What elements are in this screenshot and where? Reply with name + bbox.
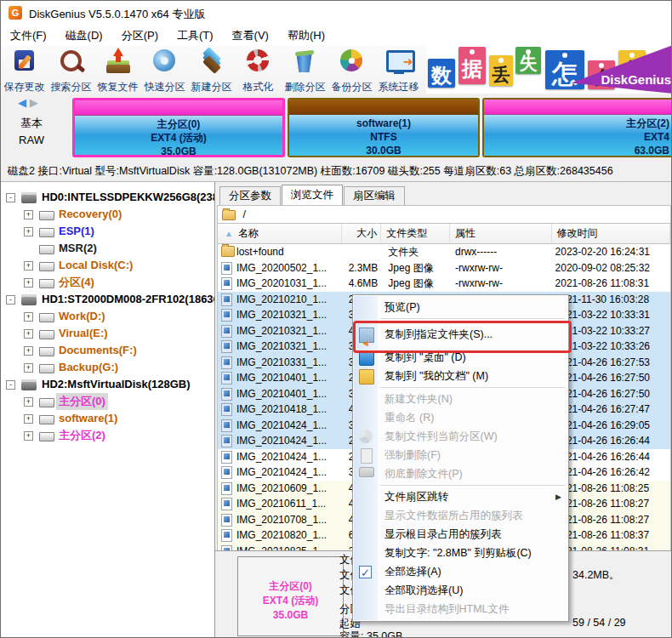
context-menu-item[interactable]: 文件扇区跳转 ▶	[353, 487, 568, 506]
file-row[interactable]: lost+found 文件夹 drwx------ 2023-02-20 16:…	[218, 244, 670, 260]
tree-expander-icon[interactable]: -	[6, 193, 15, 202]
tree-expander-icon[interactable]: +	[24, 227, 33, 236]
column-header-name[interactable]: ▲名称	[218, 224, 342, 243]
file-attr: -rwxrw-rw-	[450, 276, 552, 292]
context-menu-item[interactable]: 显示文件数据所占用的簇列表	[353, 506, 568, 525]
tree-node[interactable]: + 主分区(0)	[1, 393, 214, 410]
menu-bar-item[interactable]: 分区(P)	[112, 25, 168, 43]
file-size: 4.6MB	[342, 276, 381, 292]
tree-expander-icon[interactable]: +	[24, 329, 33, 339]
toolbar-icon	[292, 48, 319, 75]
partition-block[interactable]: 主分区(0) EXT4 (活动) 35.0GB	[72, 98, 285, 157]
tree-expander-icon[interactable]: +	[24, 261, 33, 271]
tree-expander-icon[interactable]: +	[24, 278, 33, 288]
tree-node[interactable]: + Work(D:)	[1, 308, 214, 325]
toolbar-button[interactable]: 搜索分区	[48, 45, 94, 93]
context-menu-item[interactable]: 彻底删除文件(P)	[353, 464, 568, 483]
context-menu-item[interactable]: 重命名 (R)	[353, 408, 568, 427]
tree-expander-icon[interactable]: +	[24, 210, 33, 219]
file-name: IMG_20210321_1...	[236, 340, 327, 352]
context-menu-item-label: 导出目录结构到HTML文件	[384, 603, 510, 615]
partition-block[interactable]: 主分区(2) EXT4 63.0GB	[482, 98, 672, 157]
file-type-icon	[221, 403, 232, 416]
file-name: IMG_20210609_1...	[236, 482, 327, 494]
tree-expander-icon[interactable]: -	[6, 380, 15, 390]
toolbar-button[interactable]: 恢复文件	[94, 45, 141, 93]
tree-expander-icon[interactable]: +	[24, 346, 33, 356]
tree-node[interactable]: + 分区(4)	[1, 274, 214, 291]
tree-expander-icon[interactable]: +	[24, 312, 33, 322]
file-row[interactable]: IMG_20201031_1... 4.6MB Jpeg 图像 -rwxrw-r…	[218, 276, 670, 292]
context-menu-item-label: 显示根目录占用的簇列表	[384, 528, 502, 540]
drive-icon	[39, 364, 54, 373]
file-type-icon	[221, 529, 232, 542]
file-mtime: 2021-04-26 16:26:44	[552, 449, 670, 465]
menu-bar-item[interactable]: 查看(V)	[223, 25, 278, 43]
file-mtime: 2021-08-26 11:08:25	[552, 481, 670, 497]
tree-expander-icon[interactable]: +	[24, 397, 33, 407]
tree-node[interactable]: + software(1)	[1, 410, 214, 427]
toolbar-button[interactable]: 系统迁移	[375, 45, 422, 93]
toolbar-button[interactable]: 备份分区	[328, 45, 375, 93]
column-header-type[interactable]: 文件类型	[381, 224, 450, 243]
tree-node[interactable]: + 主分区(2)	[1, 427, 214, 444]
tab[interactable]: 扇区编辑	[344, 186, 405, 205]
context-menu-item-icon	[361, 448, 373, 464]
file-list-header: ▲名称 大小 文件类型 属性 修改时间	[217, 224, 671, 244]
context-menu-item[interactable]: 显示根目录占用的簇列表	[353, 525, 568, 544]
file-name: IMG_20210321_1...	[236, 325, 327, 337]
tab[interactable]: 浏览文件	[282, 185, 343, 205]
menu-bar-item[interactable]: 工具(T)	[168, 25, 223, 43]
tree-expander-icon[interactable]: +	[24, 431, 33, 441]
column-header-size[interactable]: 大小	[342, 224, 381, 243]
partition-block[interactable]: software(1) NTFS 30.0GB	[288, 98, 480, 157]
tree-node[interactable]: + Local Disk(C:)	[1, 257, 214, 274]
toolbar-button[interactable]: 快速分区	[141, 45, 188, 93]
tree-expander-icon[interactable]: +	[24, 363, 33, 373]
file-type-icon	[221, 246, 235, 257]
tree-node[interactable]: + Backup(G:)	[1, 359, 214, 376]
menu-bar-item[interactable]: 磁盘(D)	[56, 25, 112, 43]
context-menu-item-label: 复制到 "桌面" (D)	[384, 351, 466, 363]
tree-expander-icon[interactable]: +	[24, 414, 33, 424]
toolbar-button[interactable]: 保存更改	[1, 45, 48, 93]
tree-node[interactable]: - HD2:MsftVirtualDisk(128GB)	[1, 376, 214, 393]
tree-node[interactable]: + Documents(F:)	[1, 342, 214, 359]
toolbar-button[interactable]: 新建分区	[188, 45, 235, 93]
mini-partition-box[interactable]: 主分区(0) EXT4 (活动) 35.0GB	[237, 556, 344, 636]
column-header-attr[interactable]: 属性	[450, 224, 552, 243]
toolbar-button[interactable]: 格式化	[235, 45, 282, 93]
drive-icon	[21, 294, 37, 305]
file-name: IMG_20210401_1...	[236, 388, 327, 400]
context-menu-item-icon	[359, 584, 373, 597]
file-row[interactable]: IMG_20200502_1... 2.3MB Jpeg 图像 -rwxrw-r…	[218, 260, 670, 276]
context-menu-item[interactable]: 预览(P)	[353, 298, 568, 316]
tree-node[interactable]: + Virual(E:)	[1, 325, 214, 342]
tab[interactable]: 分区参数	[219, 186, 281, 205]
menu-bar-item[interactable]: 文件(F)	[1, 25, 56, 43]
tree-node[interactable]: + Recovery(0)	[1, 206, 214, 223]
toolbar-button[interactable]: 删除分区	[282, 45, 328, 93]
toolbar-icon	[339, 48, 366, 75]
partition-nav[interactable]: ◀ ▶	[18, 96, 38, 109]
context-menu-item[interactable]: 复制到 "我的文档" (M)	[353, 367, 568, 385]
tree-node[interactable]: + ESP(1)	[1, 223, 214, 240]
context-menu-item[interactable]: 全部选择(A)	[353, 562, 568, 581]
toolbar-icon	[151, 48, 179, 75]
column-header-mtime[interactable]: 修改时间	[552, 224, 670, 243]
tree-node[interactable]: - HD0:INTELSSDPEKKW256G8(238GB)	[1, 189, 214, 206]
context-menu-item-label: 重命名 (R)	[384, 412, 434, 424]
toolbar-icon	[198, 48, 225, 75]
tree-node[interactable]: - HD1:ST2000DM008-2FR102(1863GB)	[1, 291, 214, 308]
context-menu-item[interactable]: 复制文件到当前分区(W)	[353, 427, 568, 446]
tree-expander-icon[interactable]: -	[6, 295, 15, 305]
title-bar: G DiskGenius V5.5.0.1470 x64 专业版	[1, 1, 672, 25]
context-menu-item[interactable]: 全部取消选择(U)	[353, 581, 568, 600]
context-menu-item[interactable]: 导出目录结构到HTML文件	[353, 600, 568, 618]
tree-node[interactable]: MSR(2)	[1, 240, 214, 257]
file-mtime: 2021-04-26 16:26:44	[552, 433, 670, 449]
menu-bar-item[interactable]: 帮助(H)	[278, 25, 334, 43]
context-menu-item[interactable]: 强制删除(F)	[353, 446, 568, 464]
context-menu-item[interactable]: 复制文字: "2.8MB" 到剪贴板(C)	[353, 544, 568, 562]
context-menu-item[interactable]: 新建文件夹(N)	[353, 390, 568, 408]
